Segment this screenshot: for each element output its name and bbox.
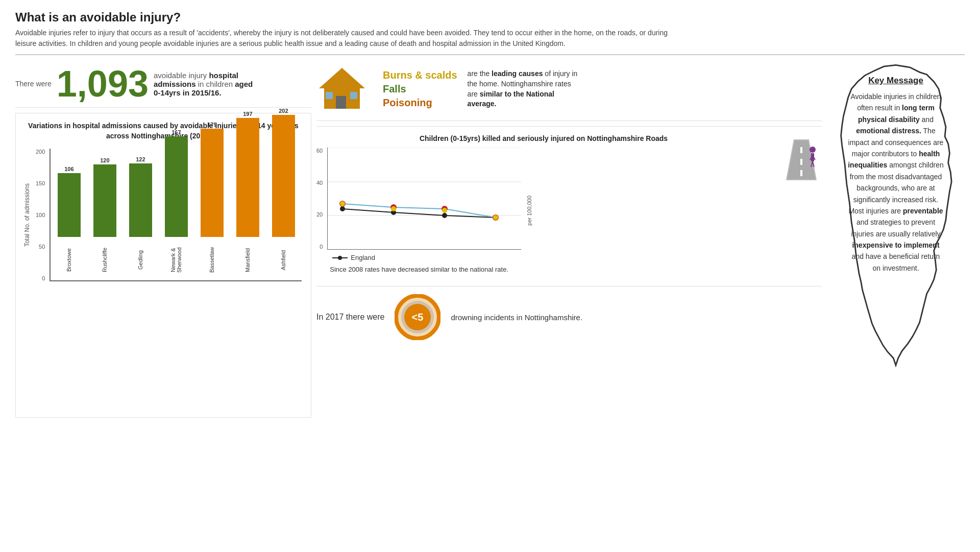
cause-poisoning: Poisoning <box>383 97 457 109</box>
bar-label: Rushcliffe <box>102 239 108 280</box>
bar-value-label: 122 <box>136 156 145 162</box>
svg-rect-35 <box>800 159 802 165</box>
stat-description: avoidable injury hospital admissions in … <box>154 71 256 97</box>
svg-text:<5: <5 <box>412 311 424 323</box>
drowning-section: In 2017 there were <5 <box>316 286 822 348</box>
bar-value-label: 202 <box>279 108 288 114</box>
svg-point-18 <box>340 201 345 206</box>
line-chart-svg: 2008 - 10 2010 - 12 2012 - 14 2014 - 16 <box>327 148 521 250</box>
y-tick-0: 0 <box>42 275 45 281</box>
bar-group: 179Bassetlaw <box>196 122 228 280</box>
key-message-content: Key Message Avoidable injuries in childr… <box>835 60 957 289</box>
page-title: What is an avoidable injury? <box>15 10 965 25</box>
bar-rect <box>272 115 295 237</box>
bar-group: 122Gedling <box>125 156 156 280</box>
stats-row: There were 1,093 avoidable injury hospit… <box>15 60 311 108</box>
bar-label: Bassetlaw <box>209 239 215 280</box>
bar-rect <box>129 163 152 237</box>
svg-rect-3 <box>326 92 333 99</box>
bar-value-label: 106 <box>64 166 74 172</box>
bar-chart-section: Variations in hospital admissions caused… <box>15 113 311 418</box>
svg-point-21 <box>493 215 498 220</box>
bar-value-label: 179 <box>207 122 216 128</box>
line-chart-section: Children (0-15yrs) killed and seriously … <box>316 126 822 281</box>
svg-point-12 <box>442 213 447 218</box>
header-description: Avoidable injuries refer to injury that … <box>15 28 679 49</box>
svg-point-37 <box>810 147 816 153</box>
bar-value-label: 167 <box>172 129 181 135</box>
drowning-prefix: In 2017 there were <box>316 313 384 322</box>
cause-falls: Falls <box>383 83 457 95</box>
bar-label: Ashfield <box>280 239 286 280</box>
bar-group: 167Newark & Sherwood <box>160 129 192 280</box>
bar-group: 202Ashfield <box>267 108 299 280</box>
svg-marker-0 <box>319 68 365 88</box>
bar-label: Broxtowe <box>66 239 72 280</box>
y-tick-200: 200 <box>36 149 45 155</box>
drowning-icon: <5 <box>395 294 440 340</box>
y-tick-50: 50 <box>39 244 45 250</box>
key-message-text: Avoidable injuries in children often res… <box>847 91 944 274</box>
stat-number: 1,093 <box>57 65 149 102</box>
road-icon <box>783 134 819 185</box>
key-message-title: Key Message <box>847 76 944 86</box>
svg-point-19 <box>391 206 396 211</box>
stat-block: There were 1,093 avoidable injury hospit… <box>15 65 256 102</box>
house-icon <box>316 65 368 111</box>
bar-group: 120Rushcliffe <box>89 157 120 280</box>
left-column: There were 1,093 avoidable injury hospit… <box>15 60 311 418</box>
lc-y-60: 60 <box>316 148 323 154</box>
svg-rect-4 <box>350 92 357 99</box>
bar-value-label: 197 <box>243 111 252 117</box>
bar-rect <box>58 173 81 237</box>
right-column: Key Message Avoidable injuries in childr… <box>827 60 965 418</box>
road-icon-container <box>781 134 822 185</box>
house-icon-container <box>316 65 373 113</box>
bar-chart-y-label: Total No. of admissions <box>23 183 31 247</box>
y-tick-100: 100 <box>36 212 45 218</box>
bar-rect <box>93 164 116 237</box>
lc-y-0: 0 <box>320 244 323 250</box>
svg-rect-34 <box>800 147 802 153</box>
drowning-suffix: drowning incidents in Nottinghamshire. <box>451 313 582 322</box>
svg-rect-2 <box>336 96 346 109</box>
bar-label: Mansfield <box>244 239 251 280</box>
drowning-badge-icon: <5 <box>395 294 440 340</box>
middle-column: Burns & scalds Falls Poisoning are the l… <box>316 60 822 418</box>
bar-rect <box>165 136 188 237</box>
legend-england-label: England <box>351 254 375 261</box>
bar-value-label: 120 <box>100 157 109 163</box>
bar-label: Gedling <box>137 239 143 280</box>
causes-description: are the leading causes of injury in the … <box>468 69 580 109</box>
bar-label: Newark & Sherwood <box>170 239 182 280</box>
svg-rect-36 <box>800 170 802 176</box>
bar-rect <box>236 118 259 237</box>
bar-rect <box>201 129 224 237</box>
y-tick-150: 150 <box>36 180 45 186</box>
bar-group: 197Mansfield <box>232 111 263 280</box>
lc-y-20: 20 <box>316 211 323 218</box>
line-chart-note: Since 2008 rates have decreased similar … <box>330 266 521 273</box>
stat-prefix: There were <box>15 80 52 88</box>
cause-burns: Burns & scalds <box>383 69 457 81</box>
legend-england: England <box>332 254 521 261</box>
svg-point-10 <box>340 206 345 211</box>
svg-point-31 <box>338 256 342 260</box>
bar-group: 106Broxtowe <box>53 166 85 280</box>
header-section: What is an avoidable injury? Avoidable i… <box>15 10 965 55</box>
causes-row: Burns & scalds Falls Poisoning are the l… <box>316 60 822 121</box>
lc-y-40: 40 <box>316 180 323 186</box>
causes-text: Burns & scalds Falls Poisoning <box>383 69 457 109</box>
legend-england-icon <box>332 254 348 261</box>
line-chart-y-label: per 100,000 <box>526 196 532 226</box>
line-chart-title: Children (0-15yrs) killed and seriously … <box>316 134 771 142</box>
svg-point-20 <box>442 208 447 213</box>
